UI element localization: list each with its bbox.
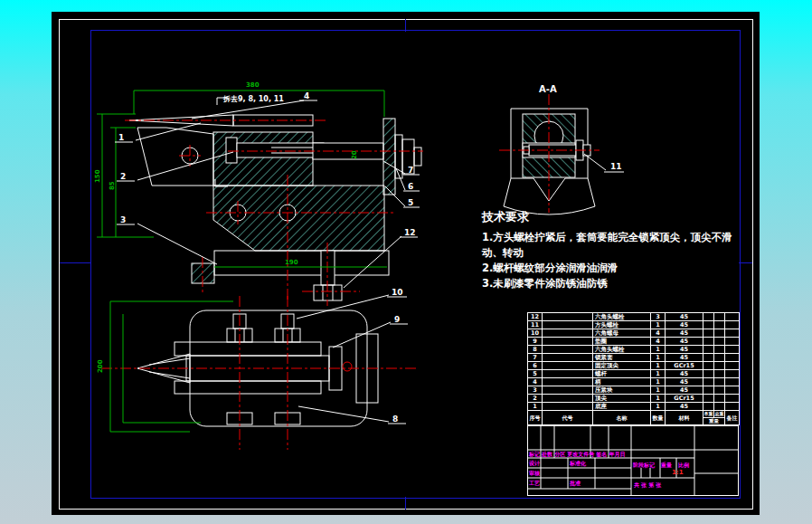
dim-main-left-inner: 85 — [109, 181, 116, 190]
review-label: 审核 — [529, 470, 540, 476]
cell-qty: 1 — [651, 362, 666, 370]
cell-code — [543, 362, 593, 370]
cell-code — [543, 338, 593, 346]
cell-name: 螺杆 — [593, 370, 651, 378]
cell-name: 方头螺栓 — [593, 321, 651, 329]
callout-12: 12 — [404, 229, 416, 237]
table-row: 5螺杆145 — [528, 370, 740, 378]
cell-no: 4 — [528, 378, 543, 386]
cell-name: 压紧块 — [593, 386, 651, 395]
revision-row-label: 标记 处数 分区 更改文件号 签名 年月日 — [529, 451, 625, 457]
dim-main-left-outer: 150 — [95, 169, 101, 183]
callout-1: 1 — [118, 134, 124, 142]
callout-3: 3 — [120, 216, 126, 224]
dim-plan-left: 200 — [98, 359, 104, 373]
table-row: 2顶尖1GCr15 — [528, 395, 740, 403]
cell-code — [543, 313, 593, 321]
cell-no: 8 — [528, 346, 543, 354]
table-row: 8六角头螺栓145 — [528, 346, 740, 354]
cell-qty: 1 — [651, 346, 666, 354]
cell-qty: 1 — [651, 395, 666, 403]
header-qty: 数量 — [651, 411, 666, 425]
tech-requirement-line: 1.方头螺栓拧紧后，套筒要能完全锁紧顶尖，顶尖不滑 — [482, 230, 746, 245]
cell-code — [543, 354, 593, 362]
table-row: 3压紧块145 — [528, 386, 740, 395]
main-view — [129, 98, 421, 300]
header-weight-label: 重量 — [703, 418, 724, 424]
tech-requirement-line: 3.未刷漆零件涂防锈油防锈 — [482, 276, 746, 291]
cell-no: 7 — [528, 354, 543, 362]
callout-11: 11 — [610, 163, 622, 171]
cell-code — [543, 403, 593, 411]
callout-9: 9 — [394, 316, 400, 324]
dim-main-top: 380 — [246, 82, 260, 89]
cell-no: 12 — [528, 313, 543, 321]
header-material: 材料 — [666, 411, 703, 425]
cell-material: 45 — [666, 354, 703, 362]
cell-qty: 1 — [651, 321, 666, 329]
scale-label: 比例 — [678, 462, 689, 468]
dim-main-bottom: 190 — [285, 260, 298, 266]
table-row: 1底座145 — [528, 403, 740, 411]
sheet-info-label: 共 张 第 张 — [634, 481, 661, 488]
cell-qty: 1 — [651, 386, 666, 395]
cell-code — [543, 395, 593, 403]
tech-requirements: 技术要求 1.方头螺栓拧紧后，套筒要能完全锁紧顶尖，顶尖不滑 动、转动 2.螺杆… — [482, 209, 746, 291]
cell-no: 9 — [528, 338, 543, 346]
cell-qty: 1 — [651, 378, 666, 386]
cell-name: 六角头螺栓 — [593, 313, 651, 321]
cell-material: 45 — [666, 321, 703, 329]
process-label: 工艺 — [529, 480, 540, 486]
cell-name: 柄 — [593, 378, 651, 386]
title-block-grid — [527, 425, 739, 496]
cell-qty: 1 — [651, 370, 666, 378]
section-label: A-A — [539, 84, 557, 94]
cell-material: 45 — [666, 346, 703, 354]
dim-main-mid: 20 — [352, 150, 358, 159]
header-weight: 单重 总重 重量 — [703, 411, 725, 425]
header-no: 序号 — [528, 411, 543, 425]
cell-code — [543, 370, 593, 378]
cad-viewport: 拆去9, 8, 10, 11 A-A 1 2 3 4 5 6 7 8 9 10 … — [0, 0, 812, 524]
callout-8: 8 — [392, 415, 398, 424]
cell-qty: 4 — [651, 329, 666, 338]
cell-qty: 1 — [651, 403, 666, 411]
cell-code — [543, 329, 593, 338]
cell-code — [543, 321, 593, 329]
design-label: 设计 — [529, 460, 540, 466]
view-note: 拆去9, 8, 10, 11 — [223, 94, 284, 104]
cell-name: 锁紧套 — [593, 354, 651, 362]
table-header-row: 序号 代号 名称 数量 材料 单重 总重 重量 备注 — [528, 411, 740, 425]
cell-qty: 3 — [651, 313, 666, 321]
cell-no: 5 — [528, 370, 543, 378]
callout-7: 7 — [408, 167, 413, 175]
cell-no: 1 — [528, 403, 543, 411]
cell-code — [543, 386, 593, 395]
callout-10: 10 — [392, 289, 403, 297]
cell-no: 10 — [528, 329, 543, 338]
header-name: 名称 — [593, 411, 651, 425]
approve-label: 批准 — [570, 480, 581, 486]
cell-name: 固定顶尖 — [593, 362, 651, 370]
header-notes: 备注 — [725, 411, 740, 425]
table-row: 6固定顶尖1GCr15 — [528, 362, 740, 370]
cell-code — [543, 346, 593, 354]
stage-mark-label: 阶段标记 — [633, 462, 655, 468]
title-block: 标记 处数 分区 更改文件号 签名 年月日 设计 标准化 审核 工艺 批准 阶段… — [527, 425, 739, 496]
tech-requirement-line: 2.螺杆螺纹部分涂润滑油润滑 — [482, 261, 746, 276]
cell-material: 45 — [666, 313, 703, 321]
cell-no: 11 — [528, 321, 543, 329]
cell-name: 底座 — [593, 403, 651, 411]
table-row: 7锁紧套145 — [528, 354, 740, 362]
tech-requirements-title: 技术要求 — [482, 209, 746, 225]
table-row: 10六角螺母445 — [528, 329, 740, 338]
cell-material: 45 — [666, 403, 703, 411]
cell-material: 45 — [666, 386, 703, 395]
cell-material: GCr15 — [666, 395, 703, 403]
callout-4: 4 — [304, 92, 309, 100]
callout-2: 2 — [120, 173, 126, 181]
cell-material: 45 — [666, 370, 703, 378]
header-code: 代号 — [543, 411, 593, 425]
cell-no: 6 — [528, 362, 543, 370]
cell-name: 六角头螺栓 — [593, 346, 651, 354]
